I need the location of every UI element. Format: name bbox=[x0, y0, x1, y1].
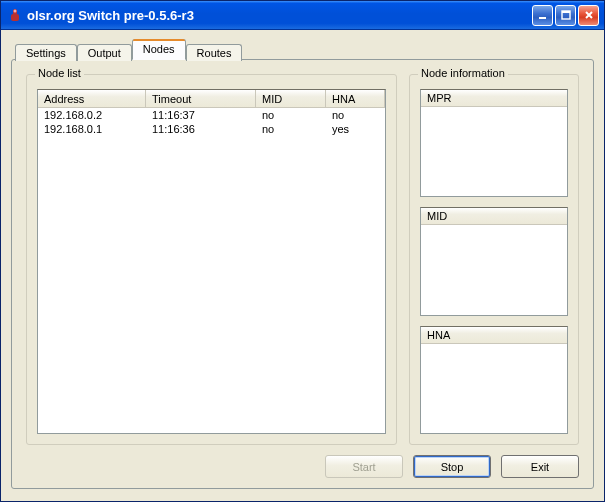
maximize-button[interactable] bbox=[555, 5, 576, 26]
mpr-label: MPR bbox=[421, 90, 567, 107]
tab-settings[interactable]: Settings bbox=[15, 44, 77, 61]
node-list-group: Node list Address Timeout MID HNA 192.16… bbox=[26, 74, 397, 445]
button-row: Start Stop Exit bbox=[26, 455, 579, 478]
mpr-box[interactable]: MPR bbox=[420, 89, 568, 197]
titlebar-buttons bbox=[532, 5, 604, 26]
cell-address: 192.168.0.2 bbox=[38, 108, 146, 122]
cell-timeout: 11:16:36 bbox=[146, 122, 256, 136]
tab-routes[interactable]: Routes bbox=[186, 44, 243, 61]
exit-button[interactable]: Exit bbox=[501, 455, 579, 478]
app-window: olsr.org Switch pre-0.5.6-r3 Settings Ou… bbox=[0, 0, 605, 502]
app-icon bbox=[7, 7, 23, 23]
stop-button[interactable]: Stop bbox=[413, 455, 491, 478]
tab-panel-nodes: Node list Address Timeout MID HNA 192.16… bbox=[11, 59, 594, 489]
hna-label: HNA bbox=[421, 327, 567, 344]
tab-output[interactable]: Output bbox=[77, 44, 132, 61]
hna-box[interactable]: HNA bbox=[420, 326, 568, 434]
node-list-body: 192.168.0.2 11:16:37 no no 192.168.0.1 1… bbox=[38, 108, 385, 433]
client-area: Settings Output Nodes Routes Node list A… bbox=[1, 30, 604, 501]
cell-address: 192.168.0.1 bbox=[38, 122, 146, 136]
node-info-group: Node information MPR MID HNA bbox=[409, 74, 579, 445]
node-list-label: Node list bbox=[35, 67, 84, 79]
cell-hna: yes bbox=[326, 122, 385, 136]
node-list[interactable]: Address Timeout MID HNA 192.168.0.2 11:1… bbox=[37, 89, 386, 434]
svg-point-2 bbox=[14, 10, 17, 13]
cell-timeout: 11:16:37 bbox=[146, 108, 256, 122]
col-address[interactable]: Address bbox=[38, 90, 146, 107]
cell-mid: no bbox=[256, 108, 326, 122]
col-hna[interactable]: HNA bbox=[326, 90, 385, 107]
mid-box[interactable]: MID bbox=[420, 207, 568, 315]
cell-hna: no bbox=[326, 108, 385, 122]
table-row[interactable]: 192.168.0.2 11:16:37 no no bbox=[38, 108, 385, 122]
node-list-header: Address Timeout MID HNA bbox=[38, 90, 385, 108]
start-button[interactable]: Start bbox=[325, 455, 403, 478]
svg-rect-1 bbox=[11, 14, 19, 21]
svg-rect-5 bbox=[562, 11, 570, 13]
tab-nodes[interactable]: Nodes bbox=[132, 39, 186, 60]
svg-rect-3 bbox=[539, 17, 546, 19]
window-title: olsr.org Switch pre-0.5.6-r3 bbox=[27, 8, 532, 23]
titlebar[interactable]: olsr.org Switch pre-0.5.6-r3 bbox=[1, 1, 604, 30]
node-info-label: Node information bbox=[418, 67, 508, 79]
col-mid[interactable]: MID bbox=[256, 90, 326, 107]
close-button[interactable] bbox=[578, 5, 599, 26]
table-row[interactable]: 192.168.0.1 11:16:36 no yes bbox=[38, 122, 385, 136]
mid-label: MID bbox=[421, 208, 567, 225]
col-timeout[interactable]: Timeout bbox=[146, 90, 256, 107]
minimize-button[interactable] bbox=[532, 5, 553, 26]
tabstrip: Settings Output Nodes Routes bbox=[11, 38, 594, 59]
cell-mid: no bbox=[256, 122, 326, 136]
